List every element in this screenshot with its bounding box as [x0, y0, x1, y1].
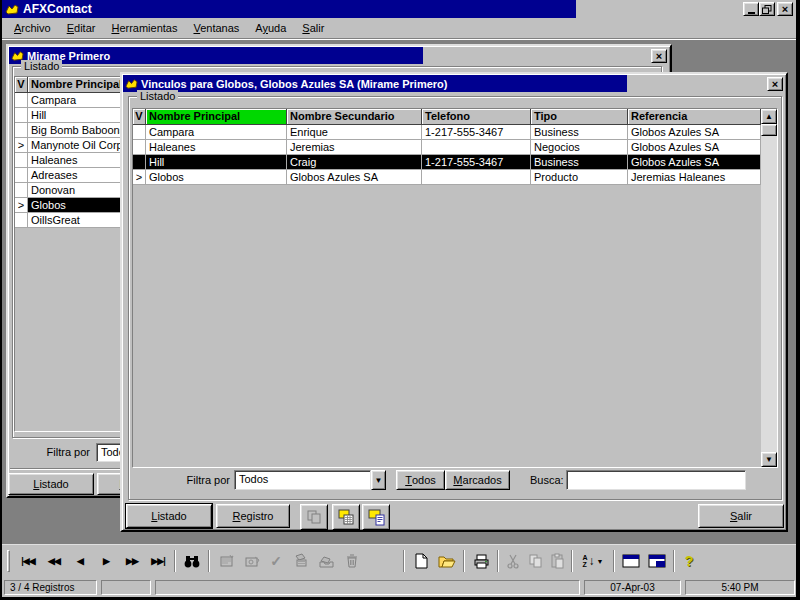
vinculos-registro-button[interactable]: Registro [216, 504, 290, 528]
toolbar-separator [673, 550, 675, 572]
window-list-view-button[interactable] [618, 549, 644, 573]
note-list-button[interactable] [332, 504, 360, 530]
cell-telefono [422, 140, 531, 155]
mirame-listado-button[interactable]: Listado [8, 473, 94, 495]
table-row-selected[interactable]: Hill Craig 1-217-555-3467 Business Globo… [133, 155, 761, 170]
row-marker [133, 140, 146, 155]
minimize-button[interactable] [743, 2, 759, 16]
open-button[interactable] [434, 549, 460, 573]
open-folder-icon [438, 554, 456, 568]
window-controls: × [743, 2, 793, 16]
vinculos-filter-combo[interactable]: Todos ▼ [234, 470, 386, 490]
app-title: AFXContact [23, 2, 92, 16]
cell-principal: Haleanes [146, 140, 287, 155]
statusbar: 3 / 4 Registros 07-Apr-03 5:40 PM [2, 577, 796, 597]
menu-item-editar[interactable]: Editar [59, 19, 104, 37]
copy-button [524, 549, 546, 573]
confirm-button: ✓ [265, 549, 287, 573]
menubar: Archivo Editar Herramientas Ventanas Ayu… [2, 18, 796, 39]
vinculos-window-icon [125, 78, 138, 90]
record-count-panel: 3 / 4 Registros [4, 580, 97, 595]
vinculos-grid: V Nombre Principal Nombre Secundario Tel… [132, 108, 778, 468]
sort-arrow-icon: ↓ [589, 554, 595, 568]
window-detail-view-button[interactable] [644, 549, 670, 573]
first-record-button[interactable]: |◀◀ [15, 549, 41, 573]
row-marker [15, 123, 28, 138]
mirame-titlebar[interactable]: Mirame Primero × [9, 47, 669, 64]
find-button[interactable] [179, 549, 205, 573]
new-document-button[interactable] [408, 549, 434, 573]
cell-referencia: Jeremias Haleanes [628, 170, 761, 185]
vinculos-close-button[interactable]: × [767, 77, 783, 91]
cell-referencia: Globos Azules SA [628, 125, 761, 140]
table-row[interactable]: Campara Enrique 1-217-555-3467 Business … [133, 125, 761, 140]
next-record-button[interactable]: ▶ [93, 549, 119, 573]
busca-label: Busca: [530, 474, 564, 486]
menu-item-herramientas[interactable]: Herramientas [103, 19, 185, 37]
cut-button [502, 549, 524, 573]
scrollbar-thumb[interactable] [761, 124, 777, 136]
salir-button[interactable]: Salir [698, 504, 784, 528]
print-button[interactable] [468, 549, 494, 573]
vinculos-titlebar[interactable]: Vinculos para Globos, Globos Azules SA (… [123, 75, 785, 92]
toolbar-grip[interactable] [7, 550, 10, 572]
table-row[interactable]: Haleanes Jeremias Negocios Globos Azules… [133, 140, 761, 155]
fast-previous-button[interactable]: ◀◀ [41, 549, 67, 573]
marcados-button[interactable]: Marcados [445, 470, 510, 490]
app-icon [5, 3, 19, 16]
help-button[interactable]: ? [678, 549, 700, 573]
col-telefono[interactable]: Telefono [422, 109, 531, 125]
mirame-titlebar-blue[interactable]: Mirame Primero [9, 47, 423, 64]
note-document-button[interactable] [362, 504, 390, 530]
col-nombre-principal[interactable]: Nombre Principal [146, 109, 287, 125]
vinculos-window-title: Vinculos para Globos, Globos Azules SA (… [141, 78, 447, 90]
previous-record-button[interactable]: ◀ [67, 549, 93, 573]
toolbar-separator [497, 550, 499, 572]
col-v[interactable]: V [133, 109, 146, 125]
cell-referencia: Globos Azules SA [628, 155, 761, 170]
col-referencia[interactable]: Referencia [628, 109, 761, 125]
new-note-icon [218, 553, 235, 569]
vinculos-listado-button[interactable]: Listado [126, 504, 212, 528]
new-document-icon [414, 553, 428, 569]
row-marker: > [15, 138, 28, 153]
cell-telefono: 1-217-555-3467 [422, 125, 531, 140]
status-panel-empty [101, 580, 151, 595]
mirame-close-button[interactable]: × [651, 49, 667, 63]
row-marker: > [133, 170, 146, 185]
note-list-icon [337, 508, 356, 526]
busca-input[interactable] [566, 470, 746, 490]
vertical-scrollbar[interactable]: ▲ ▼ [761, 109, 777, 467]
todos-button[interactable]: Todos [396, 470, 445, 490]
menu-item-ventanas[interactable]: Ventanas [185, 19, 247, 37]
vinculos-titlebar-blue[interactable]: Vinculos para Globos, Globos Azules SA (… [123, 75, 627, 92]
paste-clipboard-icon [550, 553, 565, 569]
main-titlebar-active-area[interactable]: AFXContact [2, 0, 576, 18]
scrollbar-track[interactable] [761, 136, 777, 452]
main-titlebar[interactable]: AFXContact × [2, 0, 796, 18]
mirame-col-v[interactable]: V [15, 77, 28, 93]
scissors-icon [506, 554, 520, 569]
menu-item-salir[interactable]: Salir [294, 19, 332, 37]
col-nombre-secundario[interactable]: Nombre Secundario [287, 109, 422, 125]
table-row[interactable]: > Globos Globos Azules SA Producto Jerem… [133, 170, 761, 185]
window-detail-icon [648, 554, 666, 568]
fast-next-icon: ▶▶ [126, 556, 138, 566]
scroll-up-icon[interactable]: ▲ [761, 109, 777, 124]
menu-item-archivo[interactable]: Archivo [6, 19, 59, 37]
sort-button[interactable]: AZ ↓ ▼ [576, 549, 610, 573]
vinculos-filter-value[interactable]: Todos [234, 470, 371, 490]
menu-item-ayuda[interactable]: Ayuda [247, 19, 294, 37]
cell-tipo: Negocios [531, 140, 628, 155]
edit-note-icon [244, 553, 261, 569]
toolbar-separator [403, 550, 405, 572]
chevron-down-icon[interactable]: ▼ [371, 470, 386, 490]
close-button[interactable]: × [777, 2, 793, 16]
scroll-down-icon[interactable]: ▼ [761, 452, 777, 467]
restore-button[interactable] [759, 2, 775, 16]
send-card-icon [292, 553, 309, 569]
last-record-button[interactable]: ▶▶| [145, 549, 171, 573]
cell-telefono: 1-217-555-3467 [422, 155, 531, 170]
fast-next-button[interactable]: ▶▶ [119, 549, 145, 573]
col-tipo[interactable]: Tipo [531, 109, 628, 125]
